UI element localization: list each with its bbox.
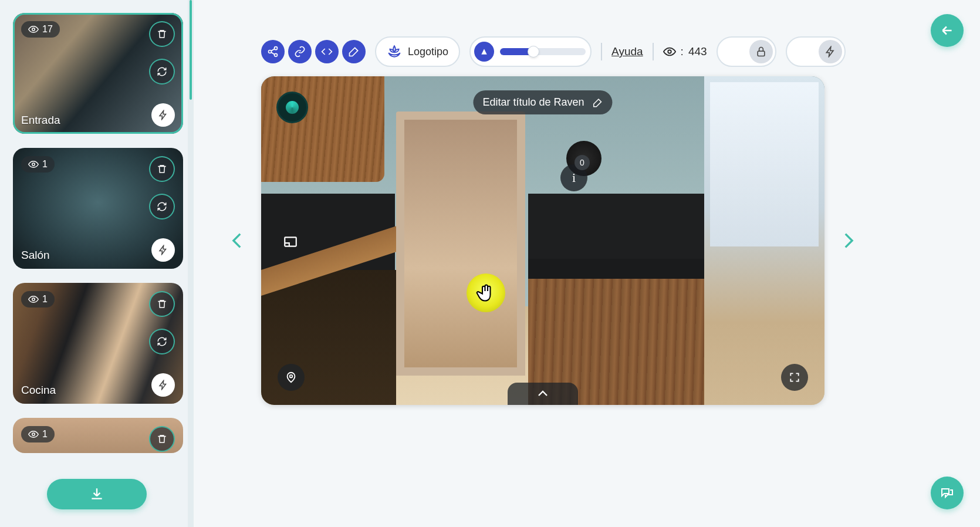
next-scene-button[interactable]: [830, 217, 866, 264]
scene-views-count: 1: [42, 294, 48, 305]
scene-action-button[interactable]: [151, 103, 175, 127]
location-hotspot-button[interactable]: [278, 364, 305, 391]
lock-icon: [755, 46, 767, 58]
chevron-up-icon: [536, 387, 550, 401]
aspect-button[interactable]: [278, 229, 303, 255]
regen-scene-button[interactable]: [149, 194, 175, 219]
svg-point-2: [32, 298, 35, 301]
pano-viewer[interactable]: Editar título de Raven i 0: [261, 76, 824, 405]
privacy-toggle[interactable]: [717, 36, 776, 67]
share-group: [261, 40, 366, 63]
fullscreen-button[interactable]: [781, 364, 808, 391]
scene-thumb-label: Cocina: [21, 384, 56, 397]
regen-scene-button[interactable]: [149, 59, 175, 85]
download-icon: [89, 487, 104, 502]
globe-icon: [286, 101, 299, 114]
tour-views: : 443: [663, 45, 707, 58]
toggle-knob: [819, 40, 842, 63]
refresh-icon: [157, 201, 167, 212]
sidebar: 17 Entrada 1: [0, 0, 194, 527]
info-char: i: [572, 170, 576, 185]
bolt-icon: [158, 110, 168, 120]
toolbar: Logotipo Ayuda : 443: [261, 36, 846, 67]
scene-views-count: 1: [42, 159, 48, 170]
edit-button[interactable]: [342, 40, 366, 63]
scene-thumb-entrada[interactable]: 17 Entrada: [13, 13, 183, 134]
svg-rect-8: [758, 51, 765, 56]
prev-scene-button[interactable]: [220, 217, 255, 264]
arrow-left-icon: [940, 23, 955, 38]
embed-button[interactable]: [315, 40, 339, 63]
regen-scene-button[interactable]: [149, 329, 175, 354]
toggle-knob: [749, 40, 773, 63]
trash-icon: [157, 164, 167, 174]
share-button[interactable]: [261, 40, 285, 63]
title-text: Editar título de Raven: [482, 96, 584, 109]
eye-icon: [663, 45, 676, 58]
scene-views-pill: 1: [21, 291, 55, 308]
scene-views-pill: 17: [21, 21, 60, 38]
delete-scene-button[interactable]: [149, 426, 175, 452]
logo-pill[interactable]: Logotipo: [375, 36, 460, 67]
download-bar: [0, 464, 194, 527]
views-value: 443: [688, 45, 707, 58]
chat-icon: [940, 486, 954, 500]
pencil-icon: [593, 97, 603, 108]
svg-point-0: [32, 28, 35, 31]
scene-action-button[interactable]: [151, 238, 175, 262]
compass-button[interactable]: [474, 42, 494, 62]
scene-thumb-next[interactable]: 1: [13, 418, 183, 453]
download-button[interactable]: [47, 479, 147, 509]
drag-cursor: [467, 273, 505, 312]
svg-rect-9: [285, 237, 296, 246]
tray-toggle[interactable]: [508, 383, 578, 405]
svg-point-6: [275, 53, 278, 56]
pin-icon: [285, 371, 298, 384]
help-link[interactable]: Ayuda: [611, 45, 643, 58]
scene-views-pill: 1: [21, 156, 55, 173]
scene-thumb-cocina[interactable]: 1 Cocina: [13, 283, 183, 404]
eye-icon: [28, 429, 39, 440]
progress-pill[interactable]: [469, 36, 592, 67]
viewer-area: Editar título de Raven i 0: [261, 76, 824, 405]
svg-point-4: [275, 47, 278, 50]
eye-icon: [28, 24, 39, 35]
delete-scene-button[interactable]: [149, 156, 175, 182]
back-button[interactable]: [931, 14, 964, 47]
refresh-icon: [157, 66, 167, 77]
svg-point-7: [668, 50, 671, 53]
sidebar-scroll[interactable]: 17 Entrada 1: [0, 0, 194, 464]
chevron-left-icon: [228, 223, 248, 258]
bolt-icon: [158, 380, 168, 390]
delete-scene-button[interactable]: [149, 291, 175, 317]
refresh-icon: [157, 336, 167, 347]
info-badge: 0: [575, 155, 590, 170]
views-prefix: :: [681, 45, 684, 58]
bolt-icon: [158, 245, 168, 255]
scene-action-button[interactable]: [151, 373, 175, 397]
brand-badge[interactable]: [276, 92, 308, 123]
logo-label: Logotipo: [408, 46, 448, 58]
scene-thumb-label: Salón: [21, 249, 50, 262]
chevron-right-icon: [838, 223, 858, 258]
code-icon: [321, 46, 333, 58]
progress-slider[interactable]: [500, 48, 586, 55]
expand-icon: [789, 371, 800, 383]
eye-icon: [28, 159, 39, 170]
scene-views-count: 17: [42, 24, 53, 35]
separator: [653, 43, 654, 60]
aspect-icon: [283, 234, 298, 249]
svg-point-10: [290, 375, 293, 378]
edit-title-pill[interactable]: Editar título de Raven: [473, 90, 612, 114]
scene-views-pill: 1: [21, 426, 55, 442]
chat-button[interactable]: [931, 477, 964, 509]
scene-views-count: 1: [42, 429, 48, 440]
svg-point-1: [32, 163, 35, 166]
scene-thumb-salon[interactable]: 1 Salón: [13, 148, 183, 269]
delete-scene-button[interactable]: [149, 21, 175, 47]
svg-point-3: [32, 433, 35, 436]
pano-scene: [261, 76, 824, 405]
power-toggle[interactable]: [786, 36, 846, 67]
link-button[interactable]: [288, 40, 312, 63]
app-root: 17 Entrada 1: [0, 0, 980, 527]
